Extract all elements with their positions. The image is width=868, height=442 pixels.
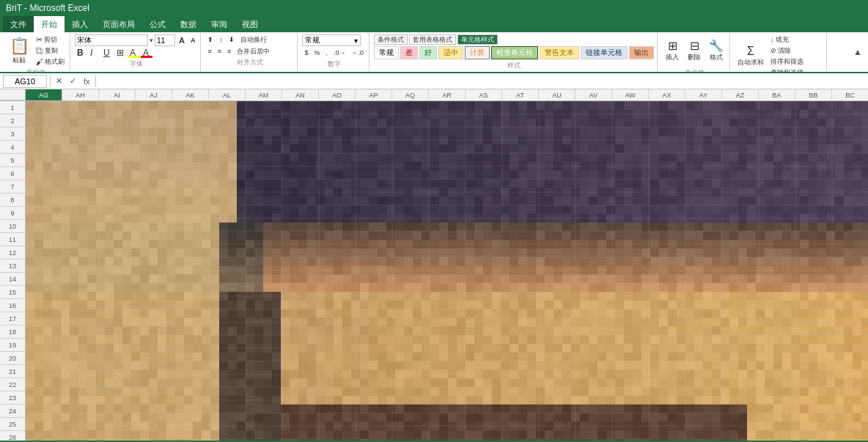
- row-header-14[interactable]: 14: [0, 273, 25, 286]
- align-middle-button[interactable]: ↕: [217, 34, 225, 45]
- confirm-formula-button[interactable]: ✓: [67, 76, 78, 86]
- tab-view[interactable]: 视图: [235, 16, 265, 32]
- row-header-7[interactable]: 7: [0, 180, 25, 194]
- col-header-AS[interactable]: AS: [466, 89, 502, 100]
- table-format-button[interactable]: 套用表格格式: [409, 34, 456, 45]
- copy-button[interactable]: ⿻ 复制: [34, 45, 67, 56]
- underline-button[interactable]: U: [101, 48, 113, 58]
- formula-input[interactable]: [99, 75, 865, 88]
- col-header-AK[interactable]: AK: [172, 89, 209, 100]
- row-header-6[interactable]: 6: [0, 167, 25, 180]
- col-header-AR[interactable]: AR: [429, 89, 466, 100]
- row-header-22[interactable]: 22: [0, 378, 25, 391]
- col-header-AG[interactable]: AG: [26, 89, 62, 100]
- auto-sum-button[interactable]: Σ 自动求和: [735, 40, 767, 73]
- col-header-AM[interactable]: AM: [246, 89, 282, 100]
- font-size-input[interactable]: [155, 34, 175, 46]
- style-warn[interactable]: 警告文本: [540, 46, 579, 59]
- font-color-button[interactable]: A: [141, 48, 152, 58]
- style-output[interactable]: 输出: [629, 46, 654, 59]
- col-header-AN[interactable]: AN: [282, 89, 319, 100]
- row-header-21[interactable]: 21: [0, 365, 25, 378]
- font-name-input[interactable]: [75, 34, 148, 46]
- row-header-20[interactable]: 20: [0, 352, 25, 365]
- row-header-19[interactable]: 19: [0, 339, 25, 352]
- col-header-AH[interactable]: AH: [62, 89, 99, 100]
- wrap-text-button[interactable]: 自动换行: [238, 34, 269, 45]
- tab-formulas[interactable]: 公式: [142, 16, 173, 32]
- style-good[interactable]: 好: [419, 46, 437, 59]
- comma-button[interactable]: ,: [323, 48, 330, 58]
- row-header-24[interactable]: 24: [0, 405, 25, 418]
- col-header-BA[interactable]: BA: [759, 89, 795, 100]
- align-bottom-button[interactable]: ⬇: [227, 34, 237, 45]
- style-bad[interactable]: 差: [400, 46, 418, 59]
- row-header-25[interactable]: 25: [0, 418, 25, 431]
- fill-button[interactable]: ↓ 填充: [768, 34, 806, 45]
- row-header-5[interactable]: 5: [0, 154, 25, 167]
- increase-decimal-button[interactable]: .0→: [331, 48, 348, 58]
- col-header-AO[interactable]: AO: [319, 89, 356, 100]
- col-header-BB[interactable]: BB: [795, 89, 832, 100]
- row-header-9[interactable]: 9: [0, 207, 25, 220]
- increase-font-button[interactable]: A: [177, 35, 187, 45]
- style-normal[interactable]: 常规: [374, 46, 399, 59]
- row-header-2[interactable]: 2: [0, 114, 25, 128]
- delete-cells-button[interactable]: ⊟ 删除: [684, 34, 705, 67]
- style-calc[interactable]: 计算: [465, 46, 490, 59]
- style-check[interactable]: 检查单元格: [491, 46, 538, 59]
- row-header-23[interactable]: 23: [0, 391, 25, 405]
- row-header-16[interactable]: 16: [0, 299, 25, 312]
- style-neutral[interactable]: 适中: [438, 46, 463, 59]
- style-linked[interactable]: 链接单元格: [581, 46, 628, 59]
- align-left-button[interactable]: ≡: [205, 46, 213, 56]
- cell-reference-input[interactable]: [3, 75, 47, 88]
- decrease-decimal-button[interactable]: ←.0: [350, 48, 367, 58]
- cell-styles-button[interactable]: 单元格样式: [457, 34, 498, 45]
- row-header-11[interactable]: 11: [0, 233, 25, 246]
- row-header-15[interactable]: 15: [0, 286, 25, 299]
- tab-home[interactable]: 开始: [34, 16, 65, 32]
- cells-area[interactable]: [26, 101, 868, 441]
- tab-review[interactable]: 审阅: [204, 16, 235, 32]
- row-header-1[interactable]: 1: [0, 101, 25, 114]
- border-button[interactable]: ⊞: [114, 48, 126, 58]
- col-header-AV[interactable]: AV: [575, 89, 612, 100]
- ribbon-expand[interactable]: ▲: [850, 45, 865, 59]
- col-header-AX[interactable]: AX: [649, 89, 685, 100]
- cancel-formula-button[interactable]: ✕: [54, 76, 65, 86]
- align-right-button[interactable]: ≡: [225, 46, 233, 56]
- italic-button[interactable]: I: [88, 48, 100, 58]
- percent-button[interactable]: %: [312, 48, 322, 58]
- clear-button[interactable]: ⊘ 清除: [768, 45, 806, 56]
- row-header-18[interactable]: 18: [0, 325, 25, 339]
- row-header-3[interactable]: 3: [0, 128, 25, 141]
- col-header-AQ[interactable]: AQ: [392, 89, 429, 100]
- format-painter-button[interactable]: 🖌 格式刷: [34, 56, 67, 67]
- merge-button[interactable]: 合并后居中: [235, 46, 272, 56]
- col-header-AT[interactable]: AT: [502, 89, 539, 100]
- row-header-8[interactable]: 8: [0, 194, 25, 207]
- col-header-AU[interactable]: AU: [539, 89, 575, 100]
- find-select-button[interactable]: 查找和选择: [768, 67, 806, 73]
- col-header-AL[interactable]: AL: [209, 89, 246, 100]
- decrease-font-button[interactable]: A: [188, 35, 198, 45]
- fill-color-button[interactable]: A: [128, 48, 139, 58]
- col-header-BC[interactable]: BC: [832, 89, 868, 100]
- row-header-10[interactable]: 10: [0, 220, 25, 233]
- col-header-AZ[interactable]: AZ: [722, 89, 759, 100]
- col-header-AJ[interactable]: AJ: [136, 89, 172, 100]
- tab-insert[interactable]: 插入: [65, 16, 95, 32]
- col-header-AP[interactable]: AP: [356, 89, 392, 100]
- row-header-26[interactable]: 26: [0, 431, 25, 441]
- tab-file[interactable]: 文件: [3, 16, 34, 32]
- col-header-AI[interactable]: AI: [99, 89, 136, 100]
- conditional-format-button[interactable]: 条件格式: [374, 34, 408, 45]
- col-header-AY[interactable]: AY: [685, 89, 722, 100]
- number-format-dropdown[interactable]: 常规 ▾: [302, 34, 361, 46]
- sort-filter-button[interactable]: 排序和筛选: [768, 56, 806, 67]
- row-header-13[interactable]: 13: [0, 259, 25, 273]
- row-header-4[interactable]: 4: [0, 141, 25, 154]
- col-header-AW[interactable]: AW: [612, 89, 649, 100]
- cut-button[interactable]: ✂ 剪切: [34, 34, 67, 45]
